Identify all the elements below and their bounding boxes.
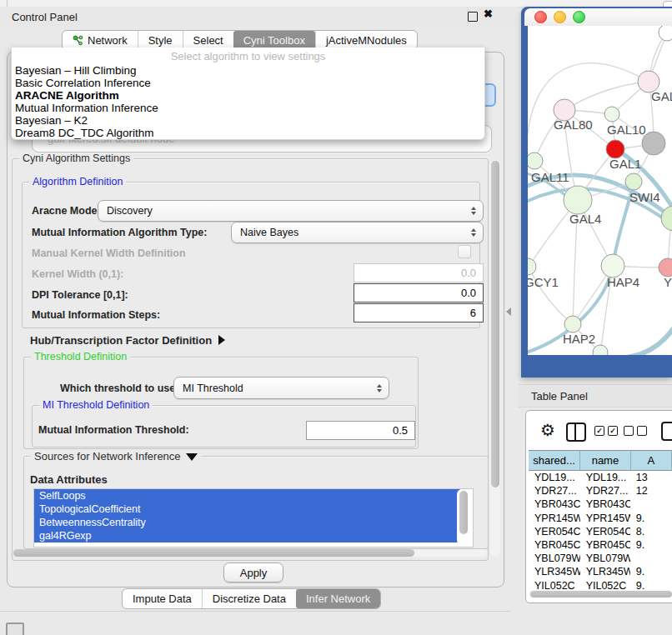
data-attribute-item[interactable]: SelfLoops [34,489,460,502]
grip-icon[interactable] [6,622,24,635]
which-threshold-combo[interactable]: MI Threshold [173,377,389,399]
apply-button[interactable]: Apply [223,562,283,582]
network-node[interactable] [606,140,624,158]
table-hscrollbar-thumb[interactable] [530,591,672,598]
table-row[interactable]: YIL052CYIL052C9. [529,579,672,591]
bottom-tab-infer-network[interactable]: Infer Network [296,589,380,608]
table-row[interactable]: YBL079WYBL079W [529,552,672,565]
kernel-width-field[interactable]: 0.0 [354,263,484,282]
settings-hscrollbar-thumb[interactable] [13,549,414,557]
table-cell: YDL19... [580,471,630,484]
table-cell: YDL19... [529,471,580,484]
sources-group-title[interactable]: Sources for Network Inference [31,450,201,462]
table-function-icon[interactable] [661,422,672,441]
mi-steps-field[interactable]: 6 [354,303,484,322]
table-cell: 9. [630,565,672,578]
network-node[interactable] [528,152,543,169]
kernel-width-label: Kernel Width (0,1): [32,268,123,280]
network-graph: GALGAL80GAL10GAL1GAL11SWI4GAL4GCY1HAP4YH… [528,26,672,355]
settings-vscrollbar-thumb[interactable] [491,161,499,488]
close-icon[interactable]: ✖ [484,8,493,20]
mi-threshold-group-title: MI Threshold Definition [39,399,153,411]
data-attributes-list: SelfLoopsTopologicalCoefficientBetweenne… [33,488,474,548]
mi-algorithm-combo[interactable]: Naive Bayes [231,222,484,243]
table-cell: YBL079W [580,552,630,565]
collapsed-arrow-icon [218,335,225,345]
network-node[interactable] [601,254,624,278]
table-cell: YDR27... [529,484,580,498]
network-node[interactable] [604,107,619,122]
network-node[interactable] [564,186,592,214]
algorithm-option[interactable]: Dream8 DC_TDC Algorithm [12,127,484,139]
close-traffic-light-icon[interactable] [534,11,547,23]
algorithm-option[interactable]: Mutual Information Inference [12,102,484,114]
dpi-tolerance-field[interactable]: 0.0 [354,283,484,302]
data-attribute-item[interactable]: gal4RGexp [34,529,460,542]
network-node-label: GAL11 [531,170,569,184]
tab-jactivemnodules[interactable]: jActiveMNodules [315,31,417,49]
zoom-traffic-light-icon[interactable] [573,11,585,23]
column-header[interactable]: name [580,450,631,471]
panel-bottom-line [0,611,510,612]
tab-cyni-toolbox[interactable]: Cyni Toolbox [233,31,315,49]
algorithm-option[interactable]: Bayesian – K2 [12,114,484,127]
network-node[interactable] [528,258,536,275]
network-edge [564,82,649,110]
algorithm-option[interactable]: Basic Correlation Inference [12,77,484,89]
network-node[interactable] [593,345,608,355]
network-canvas[interactable]: GALGAL80GAL10GAL1GAL11SWI4GAL4GCY1HAP4YH… [528,26,672,355]
float-panel-icon[interactable] [468,12,478,22]
combo-spinner-icon [471,207,476,215]
table-cell: YPR145W [529,512,580,525]
table-panel-title: Table Panel [531,390,588,402]
table-cell: YER054C [529,525,580,538]
data-attribute-item[interactable]: TopologicalCoefficient [34,502,460,516]
tab-network[interactable]: Network [63,31,138,49]
network-node-label: GAL10 [607,122,646,137]
aracne-mode-combo[interactable]: Discovery [98,200,484,222]
tab-style[interactable]: Style [138,31,183,49]
network-node[interactable] [625,173,642,190]
minimize-traffic-light-icon[interactable] [554,11,566,23]
table-row[interactable]: YPR145WYPR145W9. [529,512,672,525]
mi-steps-label: Mutual Information Steps: [32,309,160,321]
column-header[interactable]: shared... [529,450,580,471]
table-cell: YPR145W [580,512,630,525]
attr-list-vscrollbar-thumb[interactable] [459,491,468,534]
hub-definition-toggle[interactable]: Hub/Transcription Factor Definition [30,334,225,347]
algorithm-option[interactable]: Bayesian – Hill Climbing [12,64,484,77]
network-window-titlebar[interactable] [524,8,672,26]
network-node[interactable] [564,316,581,332]
select-all-checkbox-icon[interactable]: ✓ [594,426,604,436]
table-row[interactable]: YLR345WYLR345W9. [529,565,672,578]
bottom-tab-impute-data[interactable]: Impute Data [123,589,202,608]
column-header[interactable]: A [631,450,672,471]
table-header-row: shared...nameA [529,450,672,471]
mi-threshold-field[interactable]: 0.5 [306,421,415,440]
network-node[interactable] [659,258,672,277]
manual-kernel-checkbox[interactable] [458,245,471,258]
which-threshold-value: MI Threshold [183,382,243,394]
table-cell: 13 [630,471,672,484]
data-attribute-item[interactable]: BetweennessCentrality [34,516,460,529]
table-cell: YBL079W [529,552,580,565]
network-node[interactable] [659,26,672,41]
table-cell: YIL052C [529,579,580,591]
table-row[interactable]: YER054CYER054C8. [529,525,672,538]
table-row[interactable]: YDR27...YDR27...12 [529,484,672,498]
gear-icon[interactable]: ⚙ [540,420,555,440]
table-row[interactable]: YBR045CYBR045C9. [529,538,672,552]
algorithm-option[interactable]: ARACNE Algorithm [12,89,484,102]
select-all-checkbox-icon[interactable]: ✓ [608,426,618,436]
split-view-icon[interactable] [566,422,586,442]
table-cell: YLR345W [580,565,630,578]
panel-divider-handle[interactable] [506,308,511,316]
table-row[interactable]: YDL19...YDL19...13 [529,471,672,484]
tab-select[interactable]: Select [183,31,233,49]
deselect-all-checkbox-icon[interactable] [637,426,647,436]
bottom-tab-discretize-data[interactable]: Discretize Data [202,589,296,608]
table-row[interactable]: YBR043CYBR043C [529,498,672,511]
network-node-label: GCY1 [528,275,559,289]
algorithm-dropdown: Select algorithm to view settings Bayesi… [11,48,485,140]
deselect-all-checkbox-icon[interactable] [624,426,634,436]
